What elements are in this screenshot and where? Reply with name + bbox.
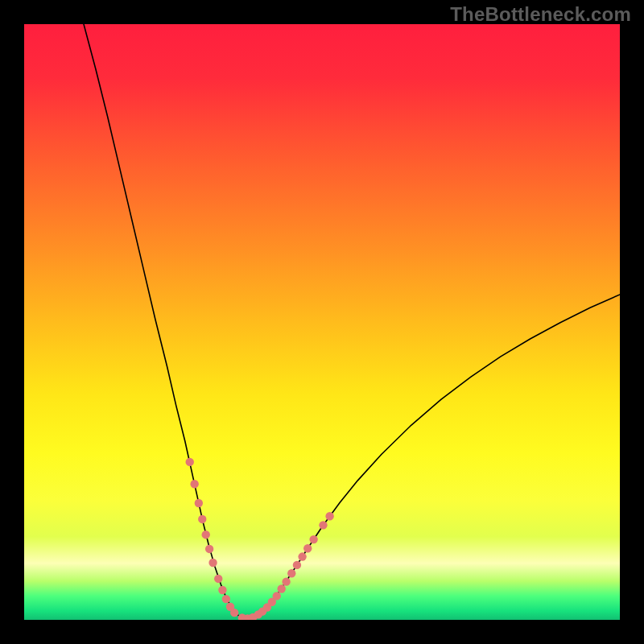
curve-marker xyxy=(186,458,194,466)
curve-marker xyxy=(190,480,198,488)
chart-svg xyxy=(24,24,620,620)
curve-marker xyxy=(282,577,290,585)
chart-frame: TheBottleneck.com xyxy=(0,0,644,644)
gradient-background xyxy=(24,24,620,620)
curve-marker xyxy=(222,595,230,603)
curve-marker xyxy=(319,521,327,529)
curve-marker xyxy=(298,552,306,560)
curve-marker xyxy=(287,569,295,577)
curve-marker xyxy=(218,586,226,594)
curve-marker xyxy=(208,559,217,567)
plot-area xyxy=(24,24,620,620)
watermark-text: TheBottleneck.com xyxy=(450,3,631,26)
curve-marker xyxy=(303,544,312,552)
curve-marker xyxy=(325,512,333,520)
curve-marker xyxy=(277,584,285,592)
curve-marker xyxy=(198,515,206,523)
curve-marker xyxy=(230,609,238,617)
curve-marker xyxy=(273,592,281,600)
curve-marker xyxy=(195,499,203,507)
curve-marker xyxy=(214,575,222,583)
curve-marker xyxy=(202,530,210,539)
curve-marker xyxy=(309,535,317,543)
curve-marker xyxy=(205,545,213,553)
curve-marker xyxy=(293,561,301,569)
